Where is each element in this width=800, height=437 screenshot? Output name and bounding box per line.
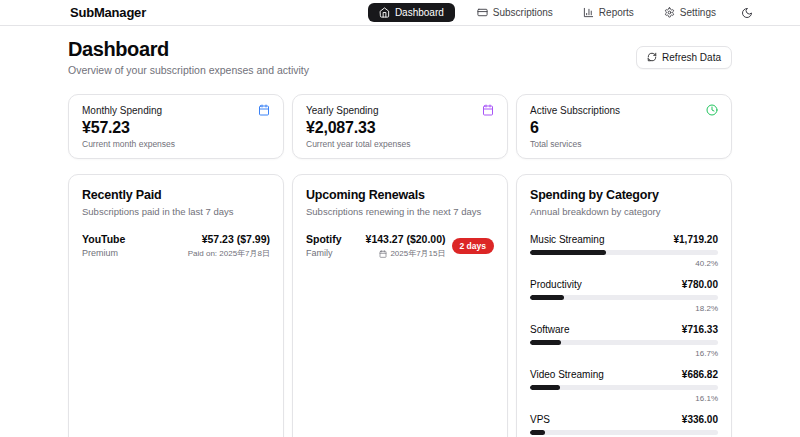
calendar-icon xyxy=(482,104,494,116)
card-subtitle: Subscriptions paid in the last 7 days xyxy=(82,206,270,217)
refresh-icon xyxy=(647,52,657,62)
progress-bar xyxy=(530,340,718,345)
stat-card-monthly-spending: Monthly Spending ¥57.23 Current month ex… xyxy=(68,94,284,159)
progress-bar xyxy=(530,385,718,390)
moon-icon xyxy=(741,7,753,19)
calendar-icon xyxy=(379,250,387,258)
top-navigation: SubManager Dashboard Subscriptions Repor… xyxy=(0,0,800,26)
nav-item-reports[interactable]: Reports xyxy=(575,3,642,22)
card-title: Spending by Category xyxy=(530,188,718,202)
subscription-plan: Family xyxy=(306,248,342,258)
list-item: YouTube Premium ¥57.23 ($7.99) Paid on: … xyxy=(82,233,270,259)
category-amount: ¥1,719.20 xyxy=(674,234,719,245)
subscription-plan: Premium xyxy=(82,248,125,258)
card-subtitle: Annual breakdown by category xyxy=(530,206,718,217)
bar-chart-icon xyxy=(583,7,594,18)
app-logo: SubManager xyxy=(70,5,146,20)
stat-value: ¥57.23 xyxy=(82,119,270,137)
stat-caption: Total services xyxy=(530,139,718,149)
category-bar-list: Music Streaming ¥1,719.20 40.2% Producti… xyxy=(530,229,718,437)
calendar-icon xyxy=(258,104,270,116)
list-item: Spotify Family ¥143.27 ($20.00) 2025年7月1… xyxy=(306,233,494,259)
category-percent: 18.2% xyxy=(530,304,718,313)
category-row: Music Streaming ¥1,719.20 40.2% xyxy=(530,229,718,274)
page-subtitle: Overview of your subscription expenses a… xyxy=(68,64,309,76)
gear-icon xyxy=(664,7,675,18)
subscription-name: Spotify xyxy=(306,233,342,245)
dashboard-main: Dashboard Overview of your subscription … xyxy=(68,26,732,437)
progress-bar xyxy=(530,250,718,255)
category-amount: ¥686.82 xyxy=(682,369,718,380)
content-row: Recently Paid Subscriptions paid in the … xyxy=(68,174,732,437)
stat-card-yearly-spending: Yearly Spending ¥2,087.33 Current year t… xyxy=(292,94,508,159)
page-title: Dashboard xyxy=(68,38,309,61)
nav-label: Reports xyxy=(599,7,634,18)
stat-caption: Current year total expenses xyxy=(306,139,494,149)
stat-title: Yearly Spending xyxy=(306,105,378,116)
nav-item-subscriptions[interactable]: Subscriptions xyxy=(469,3,561,22)
days-remaining-badge: 2 days xyxy=(452,238,494,254)
subscription-amount: ¥57.23 ($7.99) xyxy=(188,233,270,245)
card-title: Recently Paid xyxy=(82,188,270,202)
recently-paid-card: Recently Paid Subscriptions paid in the … xyxy=(68,174,284,437)
nav-label: Dashboard xyxy=(395,7,444,18)
stat-card-active-subscriptions: Active Subscriptions 6 Total services xyxy=(516,94,732,159)
category-percent: 16.7% xyxy=(530,349,718,358)
renewal-date: 2025年7月15日 xyxy=(390,248,445,259)
category-name: Video Streaming xyxy=(530,369,604,380)
nav-label: Settings xyxy=(680,7,716,18)
category-row: VPS ¥336.00 7.9% xyxy=(530,409,718,437)
refresh-data-button[interactable]: Refresh Data xyxy=(636,46,732,69)
category-row: Video Streaming ¥686.82 16.1% xyxy=(530,364,718,409)
stat-title: Monthly Spending xyxy=(82,105,162,116)
stat-value: 6 xyxy=(530,119,718,137)
spending-by-category-card: Spending by Category Annual breakdown by… xyxy=(516,174,732,437)
refresh-label: Refresh Data xyxy=(662,52,721,63)
category-row: Software ¥716.33 16.7% xyxy=(530,319,718,364)
stat-caption: Current month expenses xyxy=(82,139,270,149)
progress-bar xyxy=(530,430,718,435)
card-title: Upcoming Renewals xyxy=(306,188,494,202)
credit-card-icon xyxy=(477,7,488,18)
stat-value: ¥2,087.33 xyxy=(306,119,494,137)
category-name: Productivity xyxy=(530,279,582,290)
category-amount: ¥716.33 xyxy=(682,324,718,335)
category-name: VPS xyxy=(530,414,550,425)
stat-title: Active Subscriptions xyxy=(530,105,620,116)
progress-bar xyxy=(530,295,718,300)
subscription-name: YouTube xyxy=(82,233,125,245)
category-percent: 40.2% xyxy=(530,259,718,268)
category-amount: ¥336.00 xyxy=(682,414,718,425)
stats-row: Monthly Spending ¥57.23 Current month ex… xyxy=(68,94,732,159)
nav-label: Subscriptions xyxy=(493,7,553,18)
category-amount: ¥780.00 xyxy=(682,279,718,290)
category-percent: 16.1% xyxy=(530,394,718,403)
theme-toggle-button[interactable] xyxy=(738,4,756,22)
clock-icon xyxy=(706,104,718,116)
card-subtitle: Subscriptions renewing in the next 7 day… xyxy=(306,206,494,217)
category-name: Music Streaming xyxy=(530,234,604,245)
page-header: Dashboard Overview of your subscription … xyxy=(68,38,732,76)
nav-item-dashboard[interactable]: Dashboard xyxy=(368,3,455,22)
category-row: Productivity ¥780.00 18.2% xyxy=(530,274,718,319)
nav-menu: Dashboard Subscriptions Reports Settings xyxy=(368,3,756,22)
category-name: Software xyxy=(530,324,569,335)
nav-item-settings[interactable]: Settings xyxy=(656,3,724,22)
upcoming-renewals-card: Upcoming Renewals Subscriptions renewing… xyxy=(292,174,508,437)
paid-on-date: Paid on: 2025年7月8日 xyxy=(188,248,270,259)
home-icon xyxy=(379,7,390,18)
subscription-amount: ¥143.27 ($20.00) xyxy=(366,233,446,245)
